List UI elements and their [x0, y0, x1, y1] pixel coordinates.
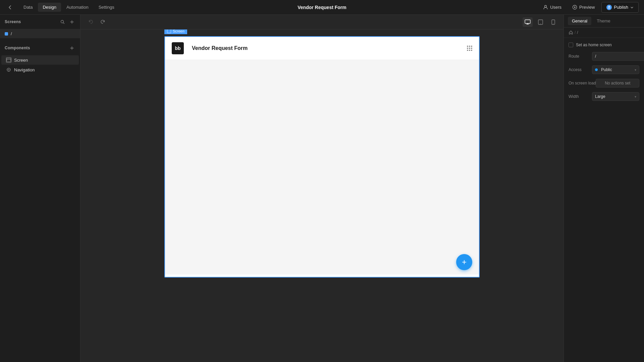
on-screen-load-label: On screen load — [569, 81, 596, 85]
add-screen-button[interactable] — [68, 18, 75, 25]
component-screen-label: Screen — [14, 58, 28, 63]
preview-icon — [572, 5, 577, 10]
mobile-icon — [551, 19, 555, 25]
form-title: Vendor Request Form — [192, 45, 248, 51]
svg-point-18 — [553, 23, 553, 24]
menu-dot-9 — [471, 50, 472, 51]
screen-header-left: bb Vendor Request Form — [172, 42, 248, 54]
screens-section-header: Screens — [0, 15, 80, 29]
screen-label-icon — [167, 29, 171, 33]
menu-dot-1 — [467, 46, 468, 47]
breadcrumb-route: / — [577, 30, 578, 35]
width-select[interactable]: Large ▾ — [592, 92, 639, 101]
menu-dot-8 — [469, 50, 470, 51]
svg-marker-2 — [574, 6, 576, 8]
components-label: Components — [5, 46, 30, 50]
app-logo: bb — [172, 42, 184, 54]
redo-icon — [100, 19, 105, 24]
access-label: Access — [569, 67, 592, 72]
tablet-view-button[interactable] — [535, 17, 545, 27]
access-field: Access Public ▾ — [569, 65, 639, 74]
screen-item-home[interactable]: / — [0, 29, 80, 38]
users-button[interactable]: Users — [539, 3, 566, 11]
add-icon — [70, 20, 74, 24]
navigation-component-icon — [6, 67, 11, 72]
panel-content: Set as home screen Route Access Public ▾ — [564, 38, 644, 106]
canvas-toolbar-left — [86, 17, 107, 27]
tab-design[interactable]: Design — [38, 3, 61, 12]
svg-rect-12 — [525, 20, 530, 23]
screen-body — [165, 60, 479, 275]
menu-dot-4 — [467, 48, 468, 49]
screen-menu-icon[interactable] — [467, 46, 472, 51]
screens-label: Screens — [5, 19, 21, 24]
screen-dot-icon — [5, 32, 8, 36]
users-icon — [543, 5, 548, 10]
access-value-text: Public — [601, 67, 612, 72]
route-input[interactable] — [592, 52, 644, 61]
menu-dot-3 — [471, 46, 472, 47]
preview-button[interactable]: Preview — [568, 3, 599, 11]
svg-point-7 — [8, 69, 9, 70]
svg-rect-4 — [7, 58, 11, 62]
nav-tabs: Data Design Automation Settings — [19, 3, 119, 12]
fab-button[interactable]: + — [456, 254, 472, 270]
access-chevron-icon: ▾ — [635, 68, 636, 72]
undo-button[interactable] — [86, 17, 95, 27]
set-home-row: Set as home screen — [569, 43, 639, 47]
component-navigation-label: Navigation — [14, 67, 35, 72]
tab-automation[interactable]: Automation — [62, 3, 93, 12]
component-item-screen[interactable]: Screen — [1, 55, 79, 65]
mobile-view-button[interactable] — [548, 17, 558, 27]
publish-label: Publish — [614, 5, 628, 10]
breadcrumb-separator: / — [575, 30, 576, 35]
main-area: Screens / — [0, 15, 644, 362]
nav-right: Users Preview Publish — [539, 2, 639, 13]
panel-tabs: General Theme — [564, 15, 644, 27]
publish-button[interactable]: Publish — [601, 2, 639, 13]
canvas-toolbar-right — [523, 17, 558, 27]
menu-dot-5 — [469, 48, 470, 49]
add-component-button[interactable] — [68, 44, 75, 52]
desktop-icon — [525, 19, 531, 24]
components-section: Components Screen — [0, 41, 80, 75]
menu-dot-7 — [467, 50, 468, 51]
svg-point-0 — [545, 5, 547, 7]
screen-frame[interactable]: Screen bb Vendor Request Form — [164, 36, 480, 278]
right-panel: General Theme / / Set as home screen Rou… — [564, 15, 644, 362]
back-button[interactable] — [5, 3, 15, 12]
redo-button[interactable] — [98, 17, 107, 27]
home-icon[interactable] — [569, 30, 573, 35]
no-actions-button[interactable]: No actions set — [596, 79, 639, 87]
tab-general[interactable]: General — [568, 17, 591, 25]
svg-point-3 — [61, 20, 63, 23]
on-screen-load-field: On screen load No actions set — [569, 79, 639, 87]
width-label: Width — [569, 94, 592, 99]
screen-component-icon — [6, 57, 11, 63]
screen-header: bb Vendor Request Form — [165, 37, 479, 60]
route-label: Route — [569, 54, 592, 59]
screen-item-label: / — [11, 31, 12, 36]
screen-label-text: Screen — [173, 29, 184, 33]
width-chevron-icon: ▾ — [635, 95, 636, 99]
component-item-navigation[interactable]: Navigation — [1, 65, 79, 74]
top-nav: Data Design Automation Settings Vendor R… — [0, 0, 644, 15]
desktop-view-button[interactable] — [523, 17, 533, 27]
access-select[interactable]: Public ▾ — [592, 65, 639, 74]
tab-settings[interactable]: Settings — [94, 3, 119, 12]
tab-data[interactable]: Data — [19, 3, 37, 12]
app-title: Vendor Request Form — [298, 5, 346, 10]
tablet-icon — [538, 19, 543, 25]
route-field: Route — [569, 52, 639, 61]
components-section-header: Components — [0, 41, 80, 55]
preview-label: Preview — [579, 5, 595, 10]
search-screens-button[interactable] — [59, 18, 66, 25]
screens-header-actions — [59, 18, 75, 25]
canvas-toolbar — [80, 15, 564, 29]
breadcrumb: / / — [564, 27, 644, 38]
add-component-icon — [70, 46, 74, 50]
publish-icon — [606, 5, 612, 10]
tab-theme[interactable]: Theme — [593, 17, 614, 25]
screen-frame-label: Screen — [164, 29, 187, 34]
set-home-checkbox[interactable] — [569, 43, 573, 47]
